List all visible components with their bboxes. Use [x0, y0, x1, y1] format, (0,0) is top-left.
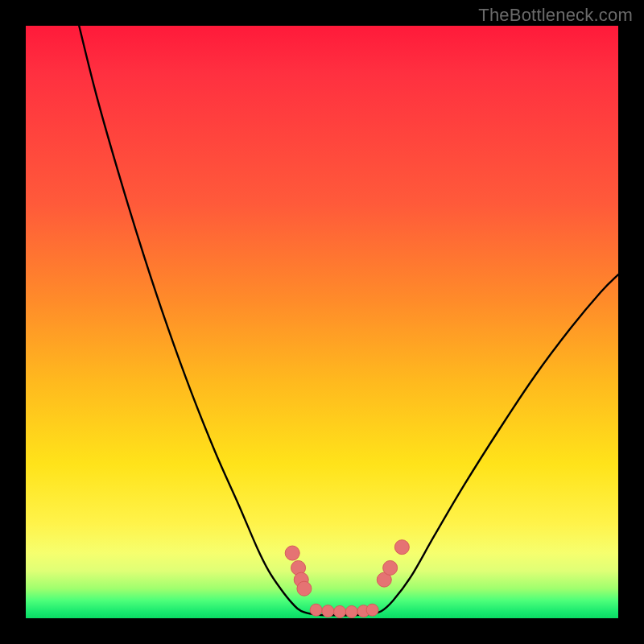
curve-layer	[79, 26, 618, 615]
data-marker	[297, 581, 312, 596]
data-marker	[394, 540, 409, 555]
data-marker	[345, 605, 357, 617]
chart-svg	[26, 26, 618, 618]
data-marker	[285, 546, 299, 560]
watermark-text: TheBottleneck.com	[478, 5, 633, 26]
data-marker	[383, 560, 398, 575]
data-marker	[334, 605, 346, 617]
plot-area	[26, 26, 618, 618]
data-marker	[322, 605, 334, 617]
marker-layer	[285, 540, 409, 618]
chart-frame: TheBottleneck.com	[0, 0, 644, 644]
data-marker	[310, 604, 322, 616]
bottleneck-curve	[79, 26, 618, 615]
data-marker	[366, 604, 378, 616]
